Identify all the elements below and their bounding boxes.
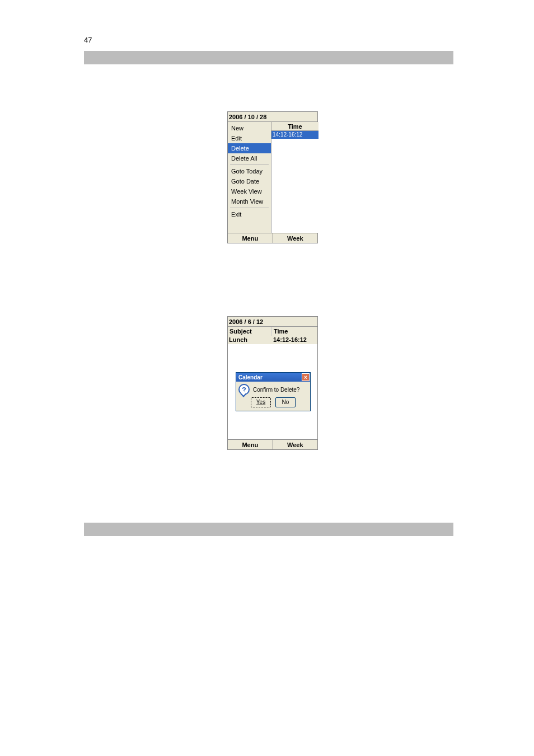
menu-item-delete[interactable]: Delete — [228, 143, 271, 153]
softkey-week-1[interactable]: Week — [273, 233, 318, 243]
column-header-time: Time — [271, 327, 317, 336]
dialog-message: Confirm to Delete? — [253, 387, 299, 393]
menu-separator-2 — [230, 208, 269, 208]
date-title-2: 2006 / 6 / 12 — [228, 317, 317, 327]
confirm-dialog: Calendar × ? Confirm to Delete? Yes No — [236, 372, 311, 411]
menu-separator — [230, 165, 269, 165]
menu-item-new[interactable]: New — [228, 123, 271, 133]
menu-item-delete-all[interactable]: Delete All — [228, 153, 271, 163]
menu-item-goto-today[interactable]: Goto Today — [228, 166, 271, 176]
menu-item-month-view[interactable]: Month View — [228, 196, 271, 206]
menu-item-week-view[interactable]: Week View — [228, 186, 271, 196]
softkey-menu-2[interactable]: Menu — [228, 440, 273, 449]
screenshot-menu-open: 2006 / 10 / 28 New Edit Delete Delete Al… — [227, 111, 318, 243]
dialog-title-text: Calendar — [238, 374, 263, 381]
page-number: 47 — [84, 36, 92, 44]
menu-item-edit[interactable]: Edit — [228, 133, 271, 143]
yes-button[interactable]: Yes — [251, 397, 271, 407]
screenshot-confirm-dialog: 2006 / 6 / 12 Subject Time Lunch 14:12-1… — [227, 316, 318, 450]
section-bar-top — [84, 51, 453, 64]
context-menu: New Edit Delete Delete All Goto Today Go… — [228, 122, 271, 233]
no-button[interactable]: No — [275, 397, 296, 407]
close-icon[interactable]: × — [302, 373, 310, 381]
column-header-subject: Subject — [228, 327, 271, 336]
softkey-week-2[interactable]: Week — [273, 440, 318, 449]
time-header: Time — [271, 122, 318, 131]
date-title-1: 2006 / 10 / 28 — [228, 112, 317, 122]
question-icon: ? — [238, 384, 250, 395]
menu-item-exit[interactable]: Exit — [228, 209, 271, 219]
row-time: 14:12-16:12 — [271, 336, 317, 344]
row-subject: Lunch — [228, 336, 271, 344]
section-bar-bottom — [84, 523, 453, 536]
time-column: Time 14:12-16:12 — [271, 122, 318, 233]
time-value: 14:12-16:12 — [271, 131, 318, 139]
softkey-menu-1[interactable]: Menu — [228, 233, 273, 243]
menu-item-goto-date[interactable]: Goto Date — [228, 176, 271, 186]
